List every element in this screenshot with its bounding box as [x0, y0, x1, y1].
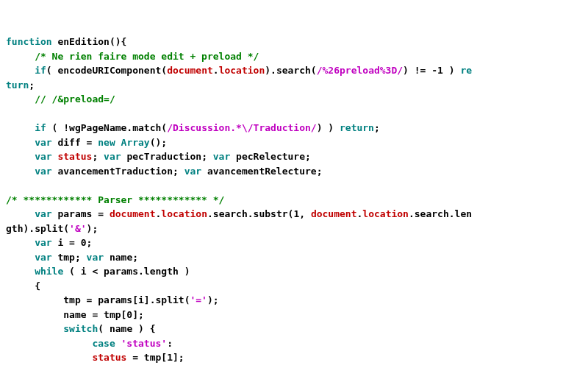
string: '&'	[69, 223, 86, 234]
keyword: switch	[63, 323, 98, 334]
code-text: .	[213, 65, 219, 76]
code-text	[115, 137, 121, 148]
code-text: avancementTraduction;	[52, 166, 184, 177]
code-text: ( encodeURIComponent(	[46, 65, 167, 76]
keyword: var	[35, 252, 51, 263]
keyword: var	[213, 151, 230, 162]
code-text: );	[87, 223, 98, 234]
keyword: return	[340, 122, 374, 133]
builtin: Array	[121, 137, 150, 148]
code-text: ;	[29, 79, 35, 91]
keyword: var	[35, 137, 51, 148]
keyword: var	[35, 237, 51, 248]
keyword: new	[98, 137, 115, 148]
code-text: pecRelecture;	[230, 151, 311, 162]
keyword: re	[460, 65, 472, 76]
keyword: var	[35, 208, 51, 219]
keyword: var	[104, 151, 121, 162]
code-text: .search.len	[409, 208, 472, 219]
comment: // /&preload=/	[35, 93, 115, 105]
code-text: enEdition(){	[52, 36, 127, 47]
keyword: var	[35, 166, 51, 177]
string: '='	[190, 294, 207, 305]
code-text: ( i < params.length )	[63, 266, 190, 277]
regex: /Discussion.*\/Traduction/	[167, 122, 317, 133]
keyword: var	[184, 166, 201, 177]
code-text: {	[35, 280, 40, 291]
keyword: var	[87, 252, 104, 263]
code-text: gth).split(	[6, 223, 69, 234]
object: document	[167, 65, 213, 76]
code-block: function enEdition(){ /* Ne rien faire m…	[6, 36, 472, 368]
code-text: ) != -1 )	[403, 65, 460, 76]
code-text: = tmp[1];	[126, 352, 184, 363]
comment: /* ************ Parser ************ */	[6, 194, 224, 205]
code-text: ;	[92, 151, 104, 162]
keyword: case	[92, 338, 115, 349]
code-text: ( name ) {	[98, 323, 155, 334]
object: status	[57, 151, 92, 162]
keyword: turn	[6, 79, 29, 91]
code-text: tmp;	[52, 252, 87, 263]
code-text: name = tmp[0];	[63, 309, 144, 320]
code-text: ;	[374, 122, 380, 133]
object: location	[219, 65, 265, 76]
code-text	[115, 338, 121, 349]
code-text: params =	[52, 208, 110, 219]
regex: /%26preload%3D/	[317, 65, 403, 76]
object: document	[311, 208, 357, 219]
keyword: if	[35, 65, 46, 76]
string: 'status'	[121, 338, 168, 349]
object: location	[161, 208, 207, 219]
object: location	[362, 208, 409, 219]
code-text: diff =	[52, 137, 98, 148]
keyword: var	[35, 151, 51, 162]
code-text: ();	[150, 137, 167, 148]
code-text: .search.substr(1,	[207, 208, 311, 219]
code-text: ( !wgPageName.match(	[46, 122, 167, 133]
object: status	[92, 352, 126, 363]
keyword: function	[6, 36, 52, 47]
keyword: if	[35, 122, 46, 133]
code-text: avancementRelecture;	[201, 166, 322, 177]
code-text: pecTraduction;	[121, 151, 213, 162]
comment: /* Ne rien faire mode edit + preload */	[35, 51, 259, 62]
keyword: while	[35, 266, 63, 277]
code-text: tmp = params[i].split(	[63, 294, 190, 305]
code-text: i = 0;	[52, 237, 93, 248]
code-text: ).search(	[265, 65, 316, 76]
code-text: ) )	[317, 122, 340, 133]
code-text: :	[167, 338, 173, 349]
code-text: name;	[104, 252, 138, 263]
object: document	[110, 208, 156, 219]
code-text: );	[207, 294, 219, 305]
